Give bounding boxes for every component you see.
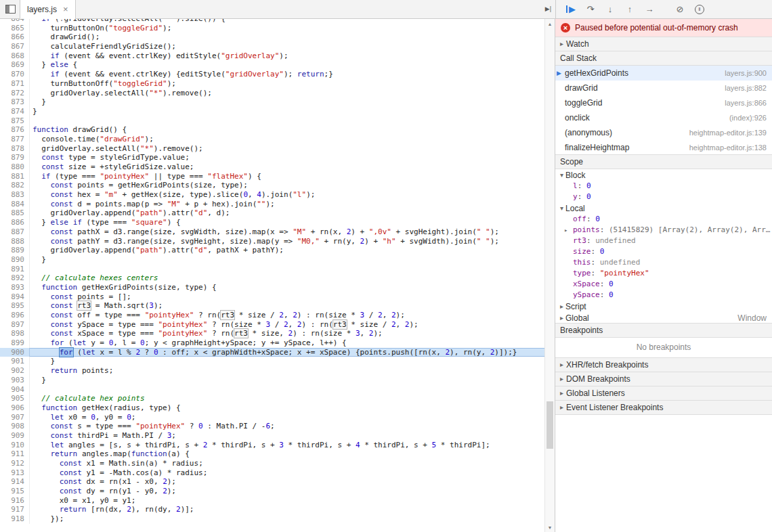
scope-variable[interactable]: this: undefined [555,257,772,268]
step-over-icon[interactable]: ↷ [584,3,597,16]
code-text[interactable]: const xSpace = type === "pointyHex" ? rn… [30,329,544,338]
line-number[interactable]: 888 [0,237,30,246]
code-text[interactable]: const dy = rn(y1 - y0, 2); [30,487,544,496]
code-text[interactable]: return angles.map(function(a) { [30,449,544,459]
code-text[interactable]: for (let y = 0, l = 0; y < graphHeight+y… [30,338,544,348]
line-number[interactable]: 896 [0,311,30,320]
code-text[interactable]: gridOverlay.append("path").attr("d", d); [30,208,544,218]
code-text[interactable] [30,265,544,274]
scope-variable[interactable]: y: 0 [555,192,772,202]
code-text[interactable]: // calculate hexes centers [30,273,544,283]
section-call-stack[interactable]: Call Stack [555,51,772,66]
code-text[interactable]: calculateFriendlyGridSize(); [30,42,544,51]
step-out-icon[interactable]: ↑ [623,3,637,16]
code-text[interactable]: } else if (type === "square") { [30,218,544,227]
line-number[interactable]: 869 [0,60,30,70]
code-text[interactable]: const d = points.map(p => "M" + p + hex)… [30,200,544,209]
line-number[interactable]: 900 [0,348,30,357]
code-text[interactable]: }); [30,514,544,524]
line-number[interactable]: 870 [0,70,30,79]
code-text[interactable]: function getHex(radius, type) { [30,403,544,413]
call-stack-frame[interactable]: (anonymous)heightmap-editor.js:139 [555,125,772,140]
scope-group-script[interactable]: ▸Script [555,301,772,312]
line-number[interactable]: 905 [0,394,30,403]
scope-variable[interactable]: ▸points: (51415829) [Array(2), Array(2),… [555,225,772,236]
line-number[interactable]: 912 [0,459,30,468]
line-number[interactable]: 899 [0,338,30,348]
line-number[interactable]: 878 [0,144,30,154]
code-text[interactable]: for (let x = l % 2 ? 0 : off; x < graphW… [30,348,544,357]
code-text[interactable] [30,385,544,395]
code-text[interactable]: turnButtonOff("toggleGrid"); [30,79,544,89]
navigator-toggle-icon[interactable] [5,5,16,14]
line-number[interactable]: 877 [0,135,30,144]
code-text[interactable]: const pathY = d3.range(size, svgHeight, … [30,237,544,246]
code-text[interactable]: drawGrid(); [30,32,544,42]
code-text[interactable]: } [30,97,544,107]
line-number[interactable]: 867 [0,42,30,51]
line-number[interactable]: 874 [0,107,30,116]
line-number[interactable]: 901 [0,357,30,366]
scope-variable[interactable]: l: 0 [555,181,772,192]
line-number[interactable]: 917 [0,505,30,514]
code-text[interactable]: if (event && event.ctrlKey) {editStyle("… [30,70,544,79]
line-number[interactable]: 904 [0,385,30,395]
line-number[interactable]: 887 [0,227,30,237]
line-number[interactable]: 865 [0,24,30,33]
code-text[interactable]: const hex = "m" + getHex(size, type).sli… [30,190,544,200]
line-number[interactable]: 882 [0,181,30,190]
code-text[interactable] [30,116,544,126]
code-text[interactable]: const x1 = Math.sin(a) * radius; [30,459,544,468]
line-number[interactable]: 894 [0,292,30,302]
tab-close-icon[interactable]: × [63,5,68,14]
section-global-listeners[interactable]: ▸Global Listeners [555,386,772,401]
line-number[interactable]: 872 [0,89,30,98]
code-text[interactable]: console.time("drawGrid"); [30,135,544,144]
section-breakpoints[interactable]: Breakpoints [555,323,772,338]
editor-overflow-icon[interactable]: ▶| [545,5,551,12]
line-number[interactable]: 880 [0,162,30,172]
section-event-listener-breakpoints[interactable]: ▸Event Listener Breakpoints [555,400,772,415]
code-text[interactable]: if (type === "pointyHex" || type === "fl… [30,172,544,181]
scrollbar-up-icon[interactable]: ▲ [545,19,555,28]
code-text[interactable]: const y1 = -Math.cos(a) * radius; [30,468,544,478]
scope-group-block[interactable]: ▾Block [555,169,772,181]
line-number[interactable]: 871 [0,79,30,89]
code-text[interactable]: const points = getHexGridPoints(size, ty… [30,181,544,190]
code-text[interactable]: gridOverlay.append("path").attr("d", pat… [30,246,544,255]
call-stack-frame[interactable]: toggleGridlayers.js:866 [555,95,772,110]
line-number[interactable]: 891 [0,265,30,274]
pause-on-exceptions-icon[interactable]: ‖ [693,3,706,16]
line-number[interactable]: 875 [0,116,30,126]
section-watch[interactable]: ▸ Watch [555,37,772,51]
code-text[interactable]: const ySpace = type === "pointyHex" ? rn… [30,320,544,330]
line-number[interactable]: 898 [0,329,30,338]
line-number[interactable]: 915 [0,487,30,496]
code-text[interactable]: const rt3 = Math.sqrt(3); [30,301,544,311]
code-text[interactable]: gridOverlay.selectAll("*").remove(); [30,144,544,154]
line-number[interactable]: 910 [0,441,30,450]
line-number[interactable]: 897 [0,320,30,330]
code-text[interactable]: const dx = rn(x1 - x0, 2); [30,477,544,487]
line-number[interactable]: 911 [0,449,30,459]
code-text[interactable]: function drawGrid() { [30,125,544,135]
line-number[interactable]: 881 [0,172,30,181]
step-into-icon[interactable]: ↓ [603,3,617,16]
call-stack-frame[interactable]: ▶getHexGridPointslayers.js:900 [555,66,772,81]
code-text[interactable]: // calculate hex points [30,394,544,403]
code-text[interactable]: const points = []; [30,292,544,302]
line-number[interactable]: 873 [0,97,30,107]
line-number[interactable]: 884 [0,200,30,209]
line-number[interactable]: 868 [0,51,30,61]
scrollbar-thumb[interactable] [546,401,553,449]
line-number[interactable]: 906 [0,403,30,413]
line-number[interactable]: 893 [0,283,30,292]
editor-scrollbar[interactable]: ▲ ▼ [544,19,555,532]
code-text[interactable]: turnButtonOn("toggleGrid"); [30,24,544,33]
code-text[interactable]: x0 = x1, y0 = y1; [30,496,544,506]
scope-variable[interactable]: type: "pointyHex" [555,268,772,279]
code-text[interactable]: } [30,357,544,366]
line-number[interactable]: 885 [0,208,30,218]
call-stack-frame[interactable]: drawGridlayers.js:882 [555,81,772,95]
scope-group-local[interactable]: ▾Local [555,202,772,214]
